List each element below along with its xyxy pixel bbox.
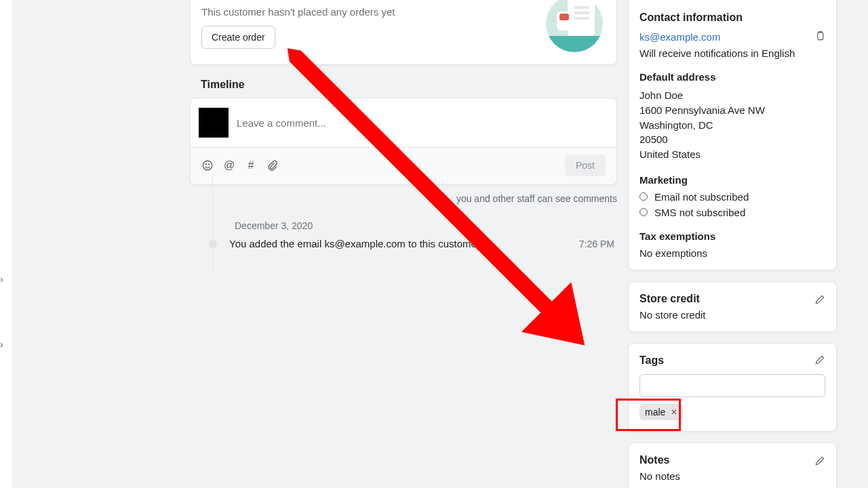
contact-email-link[interactable]: ks@example.com [639,31,720,43]
last-order-card: This customer hasn't placed any orders y… [190,0,617,65]
comment-box: @ # Post [190,98,617,185]
remove-tag-icon[interactable]: ✕ [671,407,677,417]
attachment-icon[interactable] [267,159,279,171]
timeline-line [212,176,213,271]
address-name: John Doe [639,88,825,103]
timeline-date: December 3, 2020 [235,220,617,231]
create-order-button[interactable]: Create order [201,26,275,49]
svg-point-2 [209,164,210,165]
mention-icon[interactable]: @ [223,159,235,171]
event-time: 7:26 PM [579,239,614,249]
comment-visibility-note: you and other staff can see comments [190,193,617,204]
emoji-icon[interactable] [201,159,214,171]
post-button[interactable]: Post [565,155,606,176]
notes-heading: Notes [639,454,669,466]
pencil-icon[interactable] [814,294,825,307]
pencil-icon[interactable] [814,455,825,468]
hashtag-icon[interactable]: # [245,159,257,171]
event-dot-icon [209,240,217,248]
tax-exemptions-value: No exemptions [639,247,825,259]
address-line1: 1600 Pennsylvania Ave NW [639,103,825,118]
svg-point-1 [205,164,206,165]
notes-card: Notes No notes [628,443,837,488]
empty-orders-illustration [546,0,603,52]
timeline-event: You added the email ks@example.com to th… [190,238,617,249]
avatar [199,108,229,138]
comment-input[interactable] [237,117,607,129]
event-text: You added the email ks@example.com to th… [229,238,567,249]
store-credit-card: Store credit No store credit [628,281,837,332]
timeline-heading: Timeline [201,79,616,91]
address-country: United States [639,147,825,162]
store-credit-value: No store credit [639,309,825,321]
svg-rect-3 [818,33,823,39]
tax-exemptions-heading: Tax exemptions [639,230,825,242]
store-credit-heading: Store credit [639,293,700,305]
email-subscription-status: Email not subscribed [639,191,825,203]
last-order-message: This customer hasn't placed any orders y… [201,6,395,18]
tags-heading: Tags [639,354,664,367]
default-address-heading: Default address [639,71,825,83]
contact-heading: Contact information [639,12,825,24]
tag-chip-label: male [645,407,665,418]
svg-point-0 [203,161,212,170]
sms-subscription-status: SMS not subscribed [639,207,825,218]
notes-value: No notes [639,470,825,482]
status-ring-icon [639,192,648,201]
marketing-heading: Marketing [639,174,825,186]
pencil-icon[interactable] [814,354,825,367]
contact-info-card: Contact information ks@example.com Will … [628,0,837,270]
tags-input[interactable] [639,374,825,397]
status-ring-icon [639,208,648,216]
clipboard-icon[interactable] [814,30,825,43]
address-city-state: Washington, DC [639,118,825,133]
language-note: Will receive notifications in English [639,47,825,59]
tag-chip: male ✕ [639,404,683,420]
address-postal: 20500 [639,132,825,147]
tags-card: Tags male ✕ [628,343,837,432]
